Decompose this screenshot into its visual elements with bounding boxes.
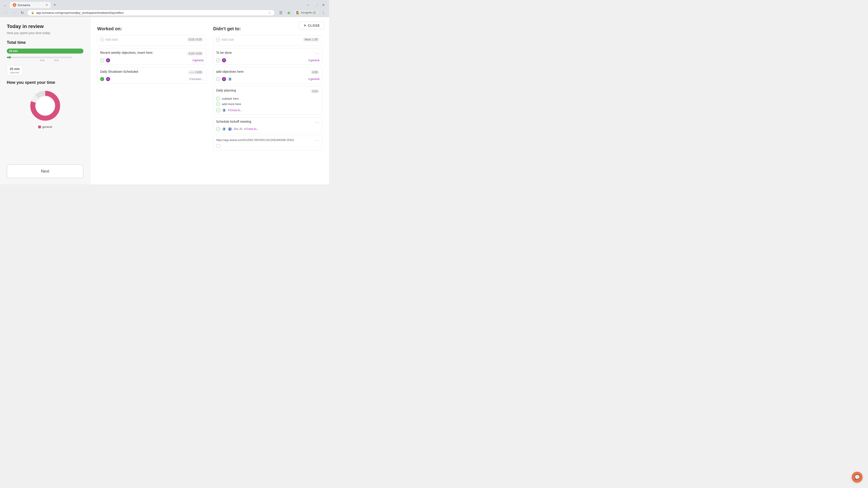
task-url-text: https://app.asana.com/0/120617467635119/… [216, 138, 294, 142]
url-text: app.sunsama.com/group/moodjoy_workspace/… [36, 11, 124, 14]
task-time-weekly: 0:10 / 0:20 [187, 52, 204, 56]
task-title-add-objectives: add objectives here [216, 70, 243, 74]
browser-nav: ← → ↻ 🔒 app.sunsama.com/group/moodjoy_wo… [0, 8, 329, 17]
task-person-avatar-planning: 👤 [222, 108, 226, 112]
bookmarks-btn[interactable]: ☰ [278, 9, 284, 16]
add-task-time: 0:10 / 0:25 [187, 37, 204, 41]
reload-btn[interactable]: ↻ [19, 9, 25, 16]
time-badge: 10 min [7, 48, 84, 54]
task-time-add-objectives: 0:05 [311, 70, 319, 74]
new-tab-btn[interactable]: + [52, 2, 58, 8]
task-card-daily-planning: Daily planning 0:10 subtask here add mor… [213, 86, 322, 115]
donut-chart: general [7, 88, 84, 129]
main-content: ✕ CLOSE Worked on: + Add task 0:10 / 0:2… [90, 17, 329, 184]
task-check-url[interactable] [216, 144, 220, 148]
task-avatar-kickoff: 👤 [222, 127, 226, 131]
sidebar: Today in review How you spent your time … [0, 17, 90, 184]
task-tag-to-be-done: general [308, 59, 319, 62]
forward-btn[interactable]: → [11, 9, 17, 16]
task-avatar-add-objectives [222, 77, 226, 81]
tab-favicon: S [13, 3, 16, 7]
task-footer-shutdown: Sunsam... [100, 77, 204, 81]
task-footer-daily-planning: 👤 Cross-fu... [216, 108, 319, 112]
task-footer-schedule-kickoff: 👤 👥 Dec 20 Cross-fu... [216, 127, 319, 131]
add-task-icon-didnt[interactable]: + [216, 37, 220, 41]
task-footer-weekly: general [100, 58, 204, 62]
add-task-header: + Add task 0:10 / 0:25 [100, 37, 204, 41]
app-container: Today in review How you spent your time … [0, 17, 329, 184]
back-btn[interactable]: ← [3, 9, 9, 16]
task-card-add-objectives: add objectives here 0:05 👤 general [213, 67, 322, 84]
active-tab[interactable]: S Sunsama ✕ [10, 2, 51, 8]
add-task-card-didnt: + Add task Work: 1:35 [213, 35, 322, 46]
task-avatar-weekly [106, 58, 110, 62]
subtask-check-1[interactable] [216, 97, 220, 101]
close-label: CLOSE [308, 24, 320, 27]
close-button[interactable]: ✕ CLOSE [299, 22, 324, 29]
task-title-to-be-done: To be done [216, 51, 232, 55]
subtask-text-2: add more here [222, 102, 241, 106]
task-check-daily-planning[interactable] [216, 108, 220, 112]
sidebar-subtitle: How you spent your time today [7, 31, 84, 35]
task-check-weekly[interactable] [100, 58, 104, 62]
close-window-btn[interactable]: ✕ [321, 3, 326, 7]
incognito-badge[interactable]: 🕵️ Incognito (2) [294, 10, 318, 15]
add-task-placeholder-didnt: Add task [221, 38, 234, 41]
task-tag-kickoff: Cross-fu... [244, 127, 258, 131]
task-card-weekly-objectives: Recent weekly objectives, insert here: 0… [97, 48, 206, 65]
add-task-placeholder: Add task [105, 38, 118, 41]
browser-chrome: ⌄ S Sunsama ✕ + ─ ⬜ ✕ ← → ↻ 🔒 app.sunsam… [0, 0, 329, 17]
next-button[interactable]: Next [7, 164, 84, 178]
extensions-btn[interactable]: 🧩 [286, 9, 292, 16]
columns-container: Worked on: + Add task 0:10 / 0:25 Recent… [97, 26, 322, 153]
task-time-daily-planning: 0:10 [311, 89, 319, 93]
tab-bar: ⌄ S Sunsama ✕ + ─ ⬜ ✕ [0, 0, 329, 8]
restore-btn[interactable]: ⬜ [314, 3, 318, 7]
svg-point-3 [37, 97, 54, 114]
task-check-add-objectives[interactable] [216, 77, 220, 81]
task-tag-weekly: general [192, 59, 204, 62]
time-bar-dot [8, 56, 11, 59]
time-label-6hr: 6 hr [40, 59, 44, 62]
tab-label: Sunsama [18, 3, 30, 7]
task-date-kickoff: Dec 20 [234, 127, 242, 131]
time-label-8hr: 8 hr [55, 59, 59, 62]
task-person-avatar: 👤 [228, 77, 232, 81]
task-check-shutdown[interactable] [100, 77, 104, 81]
time-labels: 6 hr 8 hr [7, 59, 72, 62]
add-task-icon[interactable]: + [100, 37, 104, 41]
task-avatar-kickoff2: 👥 [228, 127, 232, 131]
task-avatar-to-be-done [222, 58, 226, 62]
task-title-daily-planning: Daily planning [216, 88, 236, 93]
menu-btn[interactable]: ⋮ [320, 9, 327, 16]
legend-label: general [42, 125, 52, 129]
task-card-to-be-done: To be done --:-- general [213, 48, 322, 65]
didnt-get-to-column: Didn't get to: + Add task Work: 1:35 To … [213, 26, 322, 153]
subtask-check-2[interactable] [216, 102, 220, 106]
task-tag-add-objectives: general [308, 77, 319, 80]
add-task-row-didnt[interactable]: + Add task [216, 37, 234, 41]
add-task-work-time: Work: 1:35 [303, 37, 319, 41]
how-spent-label: How you spent your time [7, 80, 84, 85]
incognito-label: Incognito (2) [301, 11, 316, 14]
tab-dropdown-btn[interactable]: ⌄ [2, 2, 8, 8]
worked-on-title: Worked on: [97, 26, 206, 31]
task-card-url: https://app.asana.com/0/120617467635119/… [213, 136, 322, 151]
donut-svg [27, 88, 63, 124]
task-check-schedule-kickoff[interactable] [216, 127, 220, 131]
task-time-to-be-done: --:-- [315, 52, 319, 55]
subtask-row-2: add more here [216, 101, 319, 107]
task-time-schedule-kickoff: --:-- [315, 121, 319, 124]
sidebar-title: Today in review [7, 24, 84, 29]
minimize-btn[interactable]: ─ [306, 3, 310, 7]
add-task-row[interactable]: + Add task [100, 37, 118, 41]
donut-legend: general [38, 125, 52, 129]
task-tag-shutdown: Sunsam... [189, 77, 204, 80]
total-time-label: Total time [7, 40, 84, 45]
tab-close-btn[interactable]: ✕ [46, 3, 48, 6]
subtask-text-1: subtask here [222, 97, 239, 100]
task-card-daily-shutdown: Daily Shutdown-Scheduled --:-- / 0:05 Su… [97, 67, 206, 84]
task-check-to-be-done[interactable] [216, 58, 220, 62]
address-bar[interactable]: 🔒 app.sunsama.com/group/moodjoy_workspac… [27, 10, 275, 16]
task-time-shutdown: --:-- / 0:05 [188, 70, 204, 74]
